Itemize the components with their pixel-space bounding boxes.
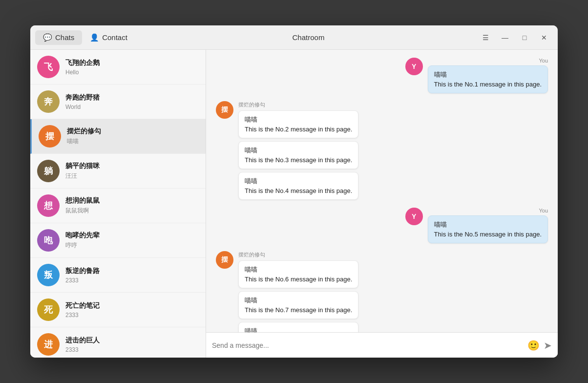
message-bubble: 喵喵This is the No.6 message in this page.: [238, 260, 358, 288]
contact-preview: World: [65, 104, 199, 110]
contact-avatar: 摆: [39, 125, 61, 148]
main-content: 飞 飞翔的企鹅 Hello 奔 奔跑的野猪 World 摆 摆烂的修勾 喵喵 躺…: [30, 50, 558, 358]
contact-avatar: 飞: [37, 56, 60, 78]
message-bubble: 喵喵This is the No.8 message in this page.: [238, 322, 358, 332]
message-avatar: Y: [405, 58, 423, 75]
close-button[interactable]: ✕: [535, 30, 553, 45]
contact-info: 死亡的笔记 2333: [65, 301, 199, 319]
contact-name: 奔跑的野猪: [65, 93, 199, 102]
contact-preview: 喵喵: [67, 137, 199, 146]
contact-item[interactable]: 咆 咆哮的先辈 哼哼: [30, 223, 206, 258]
tab-chats[interactable]: 💬Chats: [35, 30, 82, 45]
message-body: 摆烂的修勾 喵喵This is the No.2 message in this…: [238, 101, 358, 200]
message-body: You 喵喵This is the No.1 message in this p…: [428, 58, 548, 93]
contact-info: 奔跑的野猪 World: [65, 93, 199, 110]
contact-preview: 2333: [65, 346, 199, 353]
input-bar: 🙂 ➤: [206, 332, 558, 358]
message-body: 摆烂的修勾 喵喵This is the No.6 message in this…: [238, 251, 358, 332]
message-bubble: 喵喵This is the No.2 message in this page.: [238, 110, 358, 138]
contact-item[interactable]: 进 进击的巨人 2333: [30, 327, 206, 358]
chat-area: You 喵喵This is the No.1 message in this p…: [206, 50, 558, 358]
contact-preview: 哼哼: [65, 241, 199, 250]
messages-list: You 喵喵This is the No.1 message in this p…: [206, 50, 558, 332]
contact-item[interactable]: 叛 叛逆的鲁路 2333: [30, 258, 206, 293]
message-bubble: 喵喵This is the No.7 message in this page.: [238, 291, 358, 319]
contact-avatar: 奔: [37, 90, 60, 113]
sidebar: 飞 飞翔的企鹅 Hello 奔 奔跑的野猪 World 摆 摆烂的修勾 喵喵 躺…: [30, 50, 206, 358]
contact-avatar: 躺: [37, 160, 60, 182]
contact-info: 飞翔的企鹅 Hello: [65, 59, 199, 76]
chats-tab-label: Chats: [55, 33, 74, 42]
contact-avatar: 死: [37, 298, 60, 321]
message-sender: 摆烂的修勾: [238, 101, 358, 108]
message-row: 摆 摆烂的修勾 喵喵This is the No.2 message in th…: [216, 101, 548, 200]
minimize-button[interactable]: —: [496, 30, 514, 45]
contact-tab-label: Contact: [102, 33, 127, 42]
contact-item[interactable]: 躺 躺平的猫咪 汪汪: [30, 154, 206, 189]
contact-avatar: 叛: [37, 264, 60, 286]
message-avatar: Y: [405, 208, 423, 225]
contact-info: 摆烂的修勾 喵喵: [67, 127, 199, 146]
window-title: Chatroom: [140, 33, 477, 42]
contact-name: 叛逆的鲁路: [65, 267, 199, 276]
contact-item[interactable]: 飞 飞翔的企鹅 Hello: [30, 50, 206, 85]
message-bubbles-group: 喵喵This is the No.6 message in this page.…: [238, 260, 358, 332]
message-avatar: 摆: [216, 251, 233, 269]
message-bubbles-group: 喵喵This is the No.1 message in this page.: [428, 65, 548, 93]
message-bubble: 喵喵This is the No.3 message in this page.: [238, 141, 358, 169]
contact-name: 进击的巨人: [65, 336, 199, 345]
contact-avatar: 进: [37, 333, 60, 356]
message-row: You 喵喵This is the No.5 message in this p…: [216, 208, 548, 243]
maximize-button[interactable]: □: [516, 30, 533, 45]
contact-name: 咆哮的先辈: [65, 231, 199, 240]
contact-info: 想润的鼠鼠 鼠鼠我啊: [65, 196, 199, 215]
message-bubble: 喵喵This is the No.5 message in this page.: [428, 215, 548, 243]
emoji-icon[interactable]: 🙂: [527, 340, 540, 351]
message-avatar: 摆: [216, 101, 233, 119]
contact-tab-icon: 👤: [90, 33, 99, 42]
message-bubble: 喵喵This is the No.4 message in this page.: [238, 172, 358, 200]
contact-info: 咆哮的先辈 哼哼: [65, 231, 199, 250]
contact-name: 死亡的笔记: [65, 301, 199, 310]
contact-avatar: 想: [37, 194, 60, 217]
contact-name: 想润的鼠鼠: [65, 196, 199, 205]
contact-item[interactable]: 想 想润的鼠鼠 鼠鼠我啊: [30, 189, 206, 223]
contact-item[interactable]: 死 死亡的笔记 2333: [30, 293, 206, 327]
contact-preview: 2333: [65, 277, 199, 284]
message-row: You 喵喵This is the No.1 message in this p…: [216, 58, 548, 93]
contact-preview: Hello: [65, 69, 199, 76]
contact-name: 躺平的猫咪: [65, 162, 199, 170]
message-sender: 摆烂的修勾: [238, 251, 358, 258]
message-bubbles-group: 喵喵This is the No.5 message in this page.: [428, 215, 548, 243]
contact-item[interactable]: 摆 摆烂的修勾 喵喵: [30, 119, 206, 154]
message-sender: You: [428, 208, 548, 213]
message-bubble: 喵喵This is the No.1 message in this page.: [428, 65, 548, 93]
window-controls: ☰—□✕: [477, 30, 558, 45]
message-sender: You: [428, 58, 548, 64]
tabs-container: 💬Chats👤Contact: [30, 25, 140, 49]
contact-info: 躺平的猫咪 汪汪: [65, 162, 199, 180]
menu-button[interactable]: ☰: [477, 30, 494, 45]
send-icon[interactable]: ➤: [544, 340, 552, 351]
titlebar: 💬Chats👤Contact Chatroom ☰—□✕: [30, 25, 558, 50]
tab-contact[interactable]: 👤Contact: [82, 30, 135, 45]
chats-tab-icon: 💬: [43, 33, 52, 42]
contact-info: 进击的巨人 2333: [65, 336, 199, 353]
contact-avatar: 咆: [37, 229, 60, 252]
contact-preview: 鼠鼠我啊: [65, 207, 199, 215]
app-window: 💬Chats👤Contact Chatroom ☰—□✕ 飞 飞翔的企鹅 Hel…: [30, 25, 558, 358]
contact-name: 摆烂的修勾: [67, 127, 199, 136]
contact-preview: 汪汪: [65, 172, 199, 180]
contact-preview: 2333: [65, 312, 199, 319]
contact-item[interactable]: 奔 奔跑的野猪 World: [30, 85, 206, 119]
message-row: 摆 摆烂的修勾 喵喵This is the No.6 message in th…: [216, 251, 548, 332]
message-body: You 喵喵This is the No.5 message in this p…: [428, 208, 548, 243]
message-bubbles-group: 喵喵This is the No.2 message in this page.…: [238, 110, 358, 200]
contact-info: 叛逆的鲁路 2333: [65, 267, 199, 284]
message-input[interactable]: [212, 341, 524, 349]
contact-name: 飞翔的企鹅: [65, 59, 199, 67]
